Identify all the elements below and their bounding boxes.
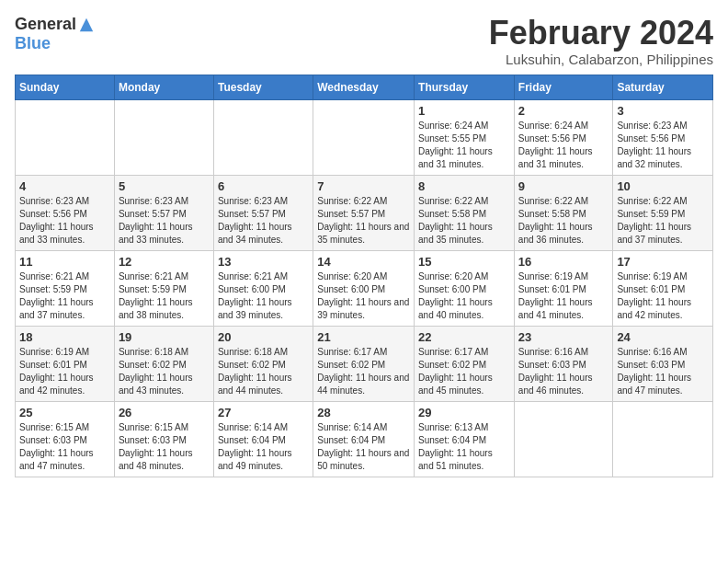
col-header-saturday: Saturday [613, 75, 713, 99]
calendar-cell: 21Sunrise: 6:17 AM Sunset: 6:02 PM Dayli… [313, 326, 415, 401]
day-details: Sunrise: 6:22 AM Sunset: 5:59 PM Dayligh… [617, 195, 709, 247]
day-details: Sunrise: 6:23 AM Sunset: 5:56 PM Dayligh… [617, 120, 709, 171]
day-number: 24 [617, 330, 709, 344]
day-number: 28 [317, 406, 410, 419]
calendar-cell: 9Sunrise: 6:22 AM Sunset: 5:58 PM Daylig… [514, 175, 613, 250]
col-header-sunday: Sunday [16, 75, 115, 99]
day-details: Sunrise: 6:23 AM Sunset: 5:57 PM Dayligh… [218, 195, 309, 247]
day-details: Sunrise: 6:17 AM Sunset: 6:02 PM Dayligh… [317, 346, 410, 397]
day-details: Sunrise: 6:23 AM Sunset: 5:57 PM Dayligh… [119, 195, 210, 247]
day-number: 27 [218, 406, 309, 419]
calendar-cell: 18Sunrise: 6:19 AM Sunset: 6:01 PM Dayli… [16, 326, 115, 401]
day-number: 18 [19, 330, 110, 344]
header-row: SundayMondayTuesdayWednesdayThursdayFrid… [16, 75, 713, 99]
week-row-4: 25Sunrise: 6:15 AM Sunset: 6:03 PM Dayli… [16, 401, 713, 477]
day-number: 1 [418, 104, 510, 118]
calendar-cell: 19Sunrise: 6:18 AM Sunset: 6:02 PM Dayli… [114, 326, 213, 401]
logo-icon [78, 17, 95, 33]
day-number: 22 [418, 330, 510, 344]
calendar-cell: 7Sunrise: 6:22 AM Sunset: 5:57 PM Daylig… [313, 175, 415, 250]
calendar-cell: 2Sunrise: 6:24 AM Sunset: 5:56 PM Daylig… [514, 99, 613, 175]
day-details: Sunrise: 6:21 AM Sunset: 5:59 PM Dayligh… [119, 270, 210, 322]
col-header-tuesday: Tuesday [213, 75, 313, 99]
calendar-cell: 11Sunrise: 6:21 AM Sunset: 5:59 PM Dayli… [16, 250, 115, 326]
day-number: 13 [218, 255, 309, 269]
calendar-table: SundayMondayTuesdayWednesdayThursdayFrid… [15, 75, 713, 477]
calendar-cell: 16Sunrise: 6:19 AM Sunset: 6:01 PM Dayli… [514, 250, 613, 326]
day-number: 4 [19, 179, 110, 193]
day-details: Sunrise: 6:16 AM Sunset: 6:03 PM Dayligh… [518, 346, 609, 397]
week-row-3: 18Sunrise: 6:19 AM Sunset: 6:01 PM Dayli… [16, 326, 713, 401]
day-number: 26 [119, 406, 210, 419]
calendar-cell: 20Sunrise: 6:18 AM Sunset: 6:02 PM Dayli… [213, 326, 313, 401]
col-header-monday: Monday [114, 75, 213, 99]
calendar-cell: 24Sunrise: 6:16 AM Sunset: 6:03 PM Dayli… [613, 326, 713, 401]
calendar-cell: 28Sunrise: 6:14 AM Sunset: 6:04 PM Dayli… [313, 401, 415, 477]
svg-marker-0 [80, 17, 93, 30]
day-details: Sunrise: 6:19 AM Sunset: 6:01 PM Dayligh… [19, 346, 110, 397]
calendar-cell: 12Sunrise: 6:21 AM Sunset: 5:59 PM Dayli… [114, 250, 213, 326]
day-number: 21 [317, 330, 410, 344]
calendar-cell: 23Sunrise: 6:16 AM Sunset: 6:03 PM Dayli… [514, 326, 613, 401]
col-header-wednesday: Wednesday [313, 75, 415, 99]
day-details: Sunrise: 6:17 AM Sunset: 6:02 PM Dayligh… [418, 346, 510, 397]
day-number: 23 [518, 330, 609, 344]
logo: General Blue [15, 15, 95, 53]
week-row-1: 4Sunrise: 6:23 AM Sunset: 5:56 PM Daylig… [16, 175, 713, 250]
calendar-cell: 14Sunrise: 6:20 AM Sunset: 6:00 PM Dayli… [313, 250, 415, 326]
title-section: February 2024 Luksuhin, Calabarzon, Phil… [489, 15, 713, 67]
day-number: 9 [518, 179, 609, 193]
day-number: 7 [317, 179, 410, 193]
day-number: 11 [19, 255, 110, 269]
calendar-cell: 6Sunrise: 6:23 AM Sunset: 5:57 PM Daylig… [213, 175, 313, 250]
calendar-cell: 17Sunrise: 6:19 AM Sunset: 6:01 PM Dayli… [613, 250, 713, 326]
calendar-cell: 3Sunrise: 6:23 AM Sunset: 5:56 PM Daylig… [613, 99, 713, 175]
day-details: Sunrise: 6:13 AM Sunset: 6:04 PM Dayligh… [418, 421, 510, 473]
day-number: 20 [218, 330, 309, 344]
day-details: Sunrise: 6:15 AM Sunset: 6:03 PM Dayligh… [19, 421, 110, 473]
day-details: Sunrise: 6:14 AM Sunset: 6:04 PM Dayligh… [218, 421, 309, 473]
month-year-title: February 2024 [489, 15, 713, 52]
day-number: 12 [119, 255, 210, 269]
day-number: 10 [617, 179, 709, 193]
calendar-cell [313, 99, 415, 175]
day-number: 8 [418, 179, 510, 193]
day-details: Sunrise: 6:21 AM Sunset: 5:59 PM Dayligh… [19, 270, 110, 322]
day-number: 14 [317, 255, 410, 269]
day-details: Sunrise: 6:15 AM Sunset: 6:03 PM Dayligh… [119, 421, 210, 473]
day-details: Sunrise: 6:14 AM Sunset: 6:04 PM Dayligh… [317, 421, 410, 473]
day-details: Sunrise: 6:24 AM Sunset: 5:55 PM Dayligh… [418, 120, 510, 171]
day-number: 3 [617, 104, 709, 118]
day-number: 5 [119, 179, 210, 193]
week-row-0: 1Sunrise: 6:24 AM Sunset: 5:55 PM Daylig… [16, 99, 713, 175]
day-details: Sunrise: 6:20 AM Sunset: 6:00 PM Dayligh… [317, 270, 410, 322]
location-subtitle: Luksuhin, Calabarzon, Philippines [489, 52, 713, 67]
calendar-cell: 4Sunrise: 6:23 AM Sunset: 5:56 PM Daylig… [16, 175, 115, 250]
calendar-cell: 15Sunrise: 6:20 AM Sunset: 6:00 PM Dayli… [415, 250, 515, 326]
day-details: Sunrise: 6:18 AM Sunset: 6:02 PM Dayligh… [119, 346, 210, 397]
week-row-2: 11Sunrise: 6:21 AM Sunset: 5:59 PM Dayli… [16, 250, 713, 326]
calendar-cell [114, 99, 213, 175]
calendar-cell [613, 401, 713, 477]
day-details: Sunrise: 6:22 AM Sunset: 5:57 PM Dayligh… [317, 195, 410, 247]
day-number: 17 [617, 255, 709, 269]
calendar-cell [213, 99, 313, 175]
page-header: General Blue February 2024 Luksuhin, Cal… [15, 15, 713, 67]
calendar-cell: 29Sunrise: 6:13 AM Sunset: 6:04 PM Dayli… [415, 401, 515, 477]
day-number: 6 [218, 179, 309, 193]
day-number: 2 [518, 104, 609, 118]
day-details: Sunrise: 6:24 AM Sunset: 5:56 PM Dayligh… [518, 120, 609, 171]
day-details: Sunrise: 6:19 AM Sunset: 6:01 PM Dayligh… [518, 270, 609, 322]
calendar-cell: 22Sunrise: 6:17 AM Sunset: 6:02 PM Dayli… [415, 326, 515, 401]
day-details: Sunrise: 6:21 AM Sunset: 6:00 PM Dayligh… [218, 270, 309, 322]
calendar-cell: 5Sunrise: 6:23 AM Sunset: 5:57 PM Daylig… [114, 175, 213, 250]
day-details: Sunrise: 6:22 AM Sunset: 5:58 PM Dayligh… [418, 195, 510, 247]
day-details: Sunrise: 6:19 AM Sunset: 6:01 PM Dayligh… [617, 270, 709, 322]
day-details: Sunrise: 6:20 AM Sunset: 6:00 PM Dayligh… [418, 270, 510, 322]
day-number: 29 [418, 406, 510, 419]
day-number: 25 [19, 406, 110, 419]
day-number: 19 [119, 330, 210, 344]
calendar-cell: 27Sunrise: 6:14 AM Sunset: 6:04 PM Dayli… [213, 401, 313, 477]
calendar-cell: 8Sunrise: 6:22 AM Sunset: 5:58 PM Daylig… [415, 175, 515, 250]
calendar-cell: 25Sunrise: 6:15 AM Sunset: 6:03 PM Dayli… [16, 401, 115, 477]
